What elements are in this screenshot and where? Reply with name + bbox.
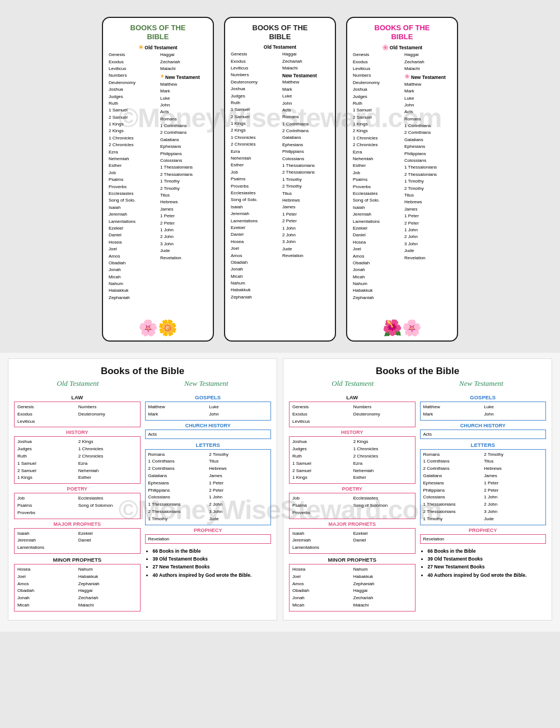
sheet1-letters-title: LETTERS — [145, 442, 272, 448]
sheet1-ot-label: Old Testament — [57, 379, 99, 388]
bm3-ot-left: GenesisExodusLeviticusNumbersDeuteronomy… — [353, 52, 400, 301]
sheet1-history-title: HISTORY — [14, 430, 141, 435]
sheet2-letters-box: Romans 1 Corinthians 2 Corinthians Galat… — [420, 449, 547, 525]
sheet1-prophecy-title: PROPHECY — [145, 528, 272, 533]
sheet2-minor-box: Hosea Joel Amos Obadiah Jonah Micah Nahu… — [289, 564, 416, 612]
sheet2-history-title: HISTORY — [289, 430, 416, 435]
bm3-nt-title: 🌸New Testament — [404, 73, 451, 80]
sheet1-letters-box: Romans 1 Corinthians 2 Corinthians Galat… — [145, 449, 272, 525]
bm3-decoration: 🌺🌸 — [382, 320, 422, 336]
sheet1-history-box: Joshua Judges Ruth 1 Samuel 2 Samuel 1 K… — [14, 436, 141, 484]
bm2-ot-left: GenesisExodusLeviticusNumbersDeuteronomy… — [231, 51, 278, 301]
bm2-title: BOOKS OF THEBIBLE — [253, 24, 308, 41]
sheet1-church-box: Acts — [145, 430, 272, 439]
sheet2-major-title: MAJOR PROPHETS — [289, 521, 416, 527]
bookmarks-section: BOOKS OF THEBIBLE ☀ Old Testament Genesi… — [0, 0, 560, 353]
sheet1-gospels-box: Matthew Mark Luke John — [145, 402, 272, 421]
sheet2-poetry-box: Job Psalms Proverbs Ecclesiastes Song of… — [289, 493, 416, 519]
bm3-title: BOOKS OF THEBIBLE — [375, 24, 430, 41]
sheet2-law-box: Genesis Exodus Leviticus Numbers Deutero… — [289, 402, 416, 427]
bm3-ot-title: 🌸Old Testament — [382, 44, 422, 50]
bm1-ot-title: ☀ Old Testament — [138, 44, 177, 50]
sheet1-gospels-title: GOSPELS — [145, 394, 272, 400]
sheet1-nt-col: GOSPELS Matthew Mark Luke John CHURCH HI… — [145, 391, 272, 613]
sheet1-minor-title: MINOR PROPHETS — [14, 557, 141, 563]
sheet2-gospels-title: GOSPELS — [420, 394, 547, 400]
sheet2-law-title: LAW — [289, 394, 416, 400]
sheet2-nt-label: New Testament — [459, 379, 503, 388]
sheet-1: Books of the Bible Old Testament New Tes… — [8, 358, 277, 620]
sheet1-minor-box: Hosea Joel Amos Obadiah Jonah Micah Nahu… — [14, 564, 141, 612]
sheet1-major-title: MAJOR PROPHETS — [14, 521, 141, 527]
sun-icon-2: ☀ — [160, 73, 164, 80]
sheet1-law-box: Genesis Exodus Leviticus Numbers Deutero… — [14, 402, 141, 427]
sheet1-columns: LAW Genesis Exodus Leviticus Numbers Deu… — [14, 391, 271, 613]
sheet2-prophecy-title: PROPHECY — [420, 528, 547, 533]
bm2-ot-right: HaggaiZechariahMalachi New Testament Mat… — [282, 51, 329, 301]
sheet2-bullet-list: 66 Books in the Bible 39 Old Testament B… — [420, 547, 547, 580]
sheet2-ot-label: Old Testament — [332, 379, 374, 388]
bookmark-3: BOOKS OF THEBIBLE 🌸Old Testament Genesis… — [346, 17, 458, 342]
sheet1-ot-col: LAW Genesis Exodus Leviticus Numbers Deu… — [14, 391, 141, 613]
sheet1-title: Books of the Bible — [14, 366, 271, 377]
sheet2-gospels-box: Matthew Mark Luke John — [420, 402, 547, 421]
sheet2-letters-title: LETTERS — [420, 442, 547, 448]
sheet1-poetry-title: POETRY — [14, 486, 141, 492]
sheet2-title: Books of the Bible — [289, 366, 546, 377]
sheet1-church-title: CHURCH HISTORY — [145, 423, 272, 428]
bm1-nt-title: ☀New Testament — [160, 73, 207, 80]
sheet1-prophecy-box: Revelation — [145, 534, 272, 544]
sheet1-nt-label: New Testament — [184, 379, 228, 388]
sheet1-bullet-list: 66 Books in the Bible 39 Old Testament B… — [145, 547, 272, 580]
bm1-ot-right: HaggaiZechariahMalachi ☀New Testament Ma… — [160, 52, 207, 301]
sheet1-subtitles: Old Testament New Testament — [14, 379, 271, 388]
sheet2-subtitles: Old Testament New Testament — [289, 379, 546, 388]
bm3-ot-right: HaggaiZechariahMalachi 🌸New Testament Ma… — [404, 52, 451, 301]
bm1-title: BOOKS OF THEBIBLE — [130, 24, 186, 41]
sheet2-poetry-title: POETRY — [289, 486, 416, 492]
sheet2-church-box: Acts — [420, 430, 547, 439]
bm1-ot-left: GenesisExodusLeviticusNumbersDeuteronomy… — [109, 52, 156, 301]
bm1-decoration: 🌸🌼 — [138, 320, 178, 336]
bm2-nt-title: New Testament — [282, 73, 329, 78]
sheet2-prophecy-box: Revelation — [420, 534, 547, 544]
sheet2-minor-title: MINOR PROPHETS — [289, 557, 416, 563]
sheet-2: Books of the Bible Old Testament New Tes… — [283, 358, 552, 620]
sheet2-nt-col: GOSPELS Matthew Mark Luke John CHURCH HI… — [420, 391, 547, 613]
sheet1-poetry-box: Job Psalms Proverbs Ecclesiastes Song of… — [14, 493, 141, 519]
bm2-ot-title: Old Testament — [264, 44, 296, 50]
bookmark-2: BOOKS OF THEBIBLE Old Testament GenesisE… — [224, 17, 336, 342]
sun-icon: ☀ — [138, 44, 143, 50]
sheet2-columns: LAW Genesis Exodus Leviticus Numbers Deu… — [289, 391, 546, 613]
sheet1-major-box: Isaiah Jeremiah Lamentations Ezekiel Dan… — [14, 528, 141, 554]
flower-icon-2: 🌸 — [404, 73, 410, 80]
sheet2-major-box: Isaiah Jeremiah Lamentations Ezekiel Dan… — [289, 528, 416, 554]
sheet1-law-title: LAW — [14, 394, 141, 400]
flower-icon: 🌸 — [382, 44, 389, 50]
sheet2-ot-col: LAW Genesis Exodus Leviticus Numbers Deu… — [289, 391, 416, 613]
sheet2-history-box: Joshua Judges Ruth 1 Samuel 2 Samuel 1 K… — [289, 436, 416, 484]
sheet2-church-title: CHURCH HISTORY — [420, 423, 547, 428]
bookmark-1: BOOKS OF THEBIBLE ☀ Old Testament Genesi… — [102, 17, 214, 342]
sheets-section: Books of the Bible Old Testament New Tes… — [0, 353, 560, 632]
